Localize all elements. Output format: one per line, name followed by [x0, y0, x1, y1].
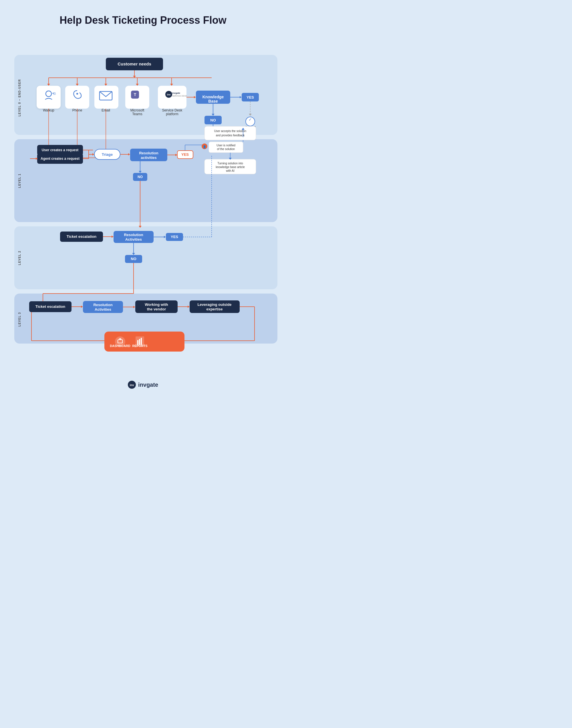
reports-label: REPORTS — [132, 344, 147, 347]
svg-text:inv: inv — [167, 93, 170, 96]
teams-label: Microsoft — [130, 108, 144, 112]
svg-text:T: T — [134, 92, 136, 97]
servicedesk-label: Service Desk — [162, 108, 183, 112]
leveraging-label: Leveraging outside — [197, 302, 231, 307]
level3-label: LEVEL 3 — [18, 312, 21, 327]
no-l1-label: NO — [138, 175, 143, 179]
turning-solution-label: Turning solution into — [217, 162, 243, 165]
svg-rect-83 — [205, 126, 256, 140]
turning-solution-label3: with AI — [226, 169, 234, 172]
svg-point-122 — [119, 338, 121, 340]
working-vendor-label: Working with — [145, 302, 168, 307]
resolution-l3-label2: Activities — [95, 307, 111, 312]
svg-rect-80 — [209, 142, 243, 153]
user-notified-label: User is notified — [216, 144, 235, 147]
no-l0-label: NO — [210, 118, 216, 122]
no-l2-label: NO — [131, 257, 136, 261]
svg-rect-18 — [37, 86, 61, 108]
svg-rect-125 — [139, 339, 140, 345]
knowledge-base-label: Knowledge — [203, 95, 224, 99]
resolution-l1-label: Resolution — [139, 151, 158, 155]
turning-solution-label2: knowledge base article — [216, 165, 245, 169]
user-accepts-label2: and provides feedback — [216, 134, 245, 137]
level1-label: LEVEL 1 — [18, 173, 21, 188]
svg-text:invgate: invgate — [172, 92, 181, 94]
svg-text:✓: ✓ — [248, 117, 252, 122]
resolution-l2-label: Resolution — [124, 233, 143, 237]
yes-l2-label: YES — [171, 235, 178, 239]
invgate-text: invgate — [138, 382, 158, 388]
svg-point-21 — [76, 93, 78, 95]
knowledge-base-label2: Base — [208, 99, 218, 103]
leveraging-label2: expertise — [206, 307, 222, 311]
user-notified-label2: of the solution — [217, 148, 235, 151]
svg-text:👤: 👤 — [203, 145, 207, 149]
svg-text:SERVICE DESK: SERVICE DESK — [172, 95, 187, 97]
yes-l1-label: YES — [181, 152, 189, 157]
page-wrapper: Help Desk Ticketing Process Flow LEVEL 0… — [0, 0, 286, 406]
teams-label2: Teams — [132, 112, 142, 116]
svg-rect-20 — [65, 86, 89, 108]
svg-text:inv: inv — [130, 384, 134, 387]
user-accepts-label: User accepts the solution — [214, 130, 246, 133]
user-creates-label: User creates a request — [42, 148, 79, 152]
servicedesk-label2: platform — [166, 112, 178, 116]
svg-rect-27 — [158, 86, 187, 108]
svg-rect-22 — [94, 86, 119, 108]
ticket-escalation-l2-label: Ticket escalation — [67, 234, 97, 239]
page-title: Help Desk Ticketing Process Flow — [0, 9, 286, 29]
ticket-escalation-l3-label: Ticket escalation — [35, 304, 66, 309]
invgate-logo: inv invgate — [0, 381, 286, 389]
level0-label: LEVEL 0 – END-USER — [18, 79, 21, 116]
resolution-l2-label2: Activities — [125, 237, 142, 242]
triage-label: Triage — [102, 152, 113, 157]
svg-rect-126 — [141, 338, 142, 345]
flow-diagram: LEVEL 0 – END-USER LEVEL 1 LEVEL 2 LEVEL… — [6, 38, 280, 375]
customer-needs-label: Customer needs — [118, 62, 151, 66]
level2-label: LEVEL 2 — [18, 251, 21, 265]
working-vendor-label2: the vendor — [147, 307, 166, 311]
agent-creates-label: Agent creates a request — [41, 157, 79, 161]
resolution-l3-label: Resolution — [93, 303, 113, 307]
dashboard-label: DASHBOARD — [110, 344, 130, 347]
resolution-l1-label2: activities — [141, 156, 157, 160]
yes-l0-label: YES — [246, 95, 254, 99]
